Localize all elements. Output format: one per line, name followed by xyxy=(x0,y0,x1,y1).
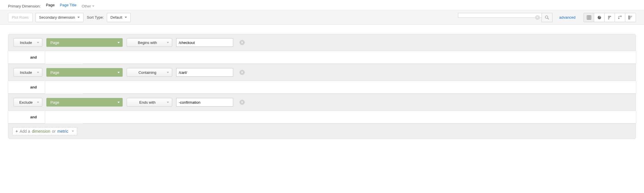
add-dimension-or-metric-button[interactable]: + Add a dimension or metric xyxy=(12,127,77,135)
view-bars-button[interactable] xyxy=(605,13,615,22)
svg-rect-13 xyxy=(630,17,630,18)
view-pivot-button[interactable] xyxy=(615,13,625,22)
view-pie-button[interactable] xyxy=(594,13,605,22)
chevron-down-icon xyxy=(77,17,80,18)
chevron-down-icon xyxy=(72,131,74,132)
svg-rect-11 xyxy=(628,16,629,20)
match-type-dropdown[interactable]: Containing xyxy=(127,68,172,77)
chevron-down-icon xyxy=(117,42,120,43)
svg-rect-15 xyxy=(630,16,631,17)
dimension-label: Page xyxy=(50,70,59,75)
add-filter-dimension: dimension xyxy=(32,129,50,134)
filter-value-input[interactable] xyxy=(176,38,233,47)
connector-row: and xyxy=(8,51,636,64)
chevron-down-icon xyxy=(37,102,39,103)
view-table-button[interactable] xyxy=(584,13,594,22)
secondary-dimension-label: Secondary dimension xyxy=(39,15,75,20)
primary-dimension-tabs: Primary Dimension: Page Page Title Other xyxy=(0,0,644,10)
dimension-dropdown[interactable]: Page xyxy=(46,38,123,47)
chevron-down-icon xyxy=(37,42,39,43)
dimension-label: Page xyxy=(50,100,59,105)
search-group: ✕ xyxy=(458,13,552,22)
and-connector: and xyxy=(8,51,45,64)
search-input[interactable] xyxy=(458,13,542,18)
and-connector: and xyxy=(8,81,45,94)
search-button[interactable] xyxy=(542,13,552,22)
view-compare-button[interactable] xyxy=(625,13,636,22)
filter-row: Include Page Containing ✕ xyxy=(8,64,636,81)
filter-row: Include Page Begins with ✕ xyxy=(8,34,636,51)
add-filter-prefix: Add a xyxy=(20,129,30,134)
connector-row: and xyxy=(8,81,636,94)
remove-filter-icon[interactable]: ✕ xyxy=(240,70,245,75)
clear-search-icon[interactable]: ✕ xyxy=(535,15,540,20)
dimension-tab-page-title[interactable]: Page Title xyxy=(60,3,77,9)
pie-icon xyxy=(597,15,602,20)
chevron-down-icon xyxy=(117,102,120,103)
advanced-link[interactable]: advanced xyxy=(559,15,575,20)
svg-rect-14 xyxy=(630,18,630,20)
include-exclude-label: Exclude xyxy=(18,100,34,105)
svg-line-1 xyxy=(548,18,549,19)
view-mode-group xyxy=(584,13,636,22)
filter-row: Exclude Page Ends with ✕ xyxy=(8,94,636,111)
include-exclude-dropdown[interactable]: Exclude xyxy=(14,98,42,107)
chevron-down-icon xyxy=(92,5,94,7)
add-filter-metric: metric xyxy=(57,129,68,134)
include-exclude-label: Include xyxy=(18,40,34,45)
match-type-dropdown[interactable]: Ends with xyxy=(127,98,172,107)
dimension-label: Page xyxy=(50,40,59,45)
chevron-down-icon xyxy=(167,102,169,103)
compare-icon xyxy=(628,15,633,20)
remove-filter-icon[interactable]: ✕ xyxy=(240,100,245,105)
match-type-dropdown[interactable]: Begins with xyxy=(127,38,172,47)
connector-row: and xyxy=(8,111,636,123)
svg-rect-10 xyxy=(608,18,609,19)
search-icon xyxy=(544,15,550,20)
dimension-tab-other[interactable]: Other xyxy=(82,4,95,8)
filter-value-input[interactable] xyxy=(176,98,233,107)
dimension-tab-page[interactable]: Page xyxy=(46,3,54,9)
dimension-tab-other-label: Other xyxy=(82,4,91,8)
secondary-dimension-dropdown[interactable]: Secondary dimension xyxy=(35,13,83,22)
include-exclude-dropdown[interactable]: Include xyxy=(14,68,42,77)
add-filter-or: or xyxy=(52,129,56,134)
primary-dimension-label: Primary Dimension: xyxy=(8,4,41,8)
svg-rect-17 xyxy=(631,16,632,17)
include-exclude-dropdown[interactable]: Include xyxy=(14,38,42,47)
svg-point-0 xyxy=(545,16,548,18)
sort-type-label: Sort Type: xyxy=(87,15,104,20)
svg-rect-12 xyxy=(630,16,630,17)
filter-value-input[interactable] xyxy=(176,68,233,77)
dimension-dropdown[interactable]: Page xyxy=(46,68,123,77)
dimension-dropdown[interactable]: Page xyxy=(46,98,123,107)
chevron-down-icon xyxy=(37,72,39,73)
and-connector: and xyxy=(8,111,45,123)
svg-rect-9 xyxy=(608,17,610,18)
pivot-icon xyxy=(618,15,623,20)
match-type-label: Begins with xyxy=(131,40,164,45)
include-exclude-label: Include xyxy=(18,70,34,75)
remove-filter-icon[interactable]: ✕ xyxy=(240,40,245,45)
sort-type-dropdown[interactable]: Default xyxy=(107,13,131,22)
chevron-down-icon xyxy=(167,42,169,43)
svg-rect-16 xyxy=(630,17,631,18)
table-icon xyxy=(586,15,592,20)
match-type-label: Ends with xyxy=(131,100,164,105)
chevron-down-icon xyxy=(117,72,120,73)
chevron-down-icon xyxy=(167,72,169,73)
svg-rect-2 xyxy=(587,16,591,20)
chevron-down-icon xyxy=(125,17,127,18)
match-type-label: Containing xyxy=(131,70,164,75)
bars-icon xyxy=(607,15,612,20)
advanced-filter-builder: Include Page Begins with ✕ and Include xyxy=(0,25,644,142)
svg-rect-8 xyxy=(608,16,611,16)
add-filter-row: + Add a dimension or metric xyxy=(8,123,636,139)
report-toolbar: Plot Rows Secondary dimension Sort Type:… xyxy=(0,10,644,25)
plot-rows-button[interactable]: Plot Rows xyxy=(8,13,33,22)
sort-type-value: Default xyxy=(111,15,122,20)
plus-icon: + xyxy=(16,129,18,134)
